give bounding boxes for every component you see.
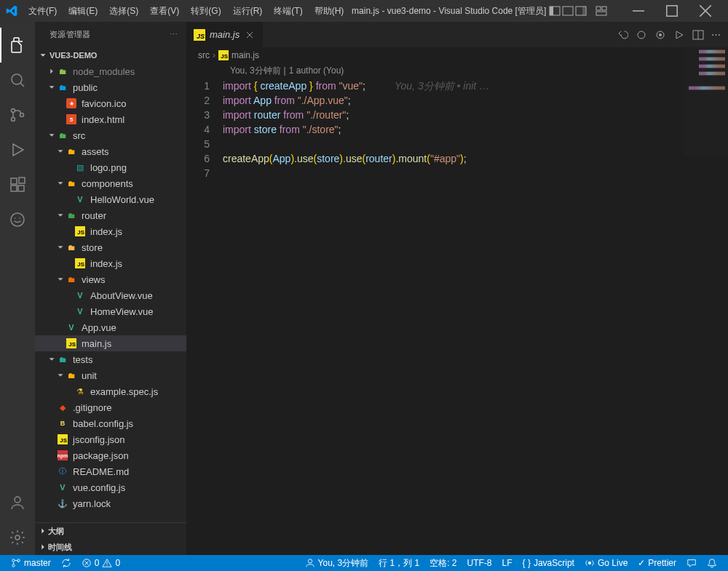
run-icon[interactable] bbox=[673, 29, 685, 41]
close-tab-icon[interactable] bbox=[244, 29, 256, 41]
chevron-right-icon: › bbox=[213, 50, 215, 60]
maximize-button[interactable] bbox=[655, 0, 689, 22]
status-problems[interactable]: 0 0 bbox=[76, 555, 125, 571]
svg-point-12 bbox=[20, 113, 24, 117]
menu-item[interactable]: 编辑(E) bbox=[63, 2, 103, 20]
circle-filled-icon[interactable] bbox=[654, 29, 666, 41]
split-editor-icon[interactable] bbox=[692, 29, 704, 41]
tree-file[interactable]: Vvue.config.js bbox=[35, 479, 186, 495]
tree-folder[interactable]: 🖿views bbox=[35, 271, 186, 287]
tree-file[interactable]: JSjsconfig.json bbox=[35, 431, 186, 447]
svg-rect-16 bbox=[19, 177, 25, 183]
tree-file[interactable]: JSmain.js bbox=[35, 335, 186, 351]
tree-file[interactable]: VAboutView.vue bbox=[35, 287, 186, 303]
status-indentation[interactable]: 空格: 2 bbox=[424, 555, 462, 571]
svg-point-9 bbox=[12, 74, 22, 84]
outline-section[interactable]: 大纲 bbox=[35, 523, 186, 539]
source-control-icon[interactable] bbox=[0, 97, 35, 132]
chevron-down-icon bbox=[55, 146, 66, 156]
menu-item[interactable]: 运行(R) bbox=[228, 2, 268, 20]
breadcrumb-part[interactable]: src bbox=[198, 50, 210, 60]
tree-file[interactable]: ⚗example.spec.js bbox=[35, 383, 186, 399]
customize-layout-icon[interactable] bbox=[596, 5, 607, 17]
minimize-button[interactable] bbox=[622, 0, 655, 22]
chevron-down-icon bbox=[55, 370, 66, 380]
tree-file[interactable]: VHelloWorld.vue bbox=[35, 191, 186, 207]
menu-item[interactable]: 文件(F) bbox=[23, 2, 62, 20]
status-language[interactable]: { }JavaScript bbox=[518, 555, 579, 571]
menu-item[interactable]: 帮助(H) bbox=[309, 2, 349, 20]
tree-file[interactable]: 5index.html bbox=[35, 111, 186, 127]
tree-file[interactable]: JSindex.js bbox=[35, 223, 186, 239]
extensions-icon[interactable] bbox=[0, 167, 35, 202]
git-icon: ◆ bbox=[57, 402, 68, 413]
menu-item[interactable]: 转到(G) bbox=[186, 2, 226, 20]
svg-rect-5 bbox=[596, 7, 601, 10]
tree-file[interactable]: Bbabel.config.js bbox=[35, 415, 186, 431]
status-feedback[interactable] bbox=[681, 555, 702, 571]
menu-item[interactable]: 终端(T) bbox=[269, 2, 307, 20]
code-editor[interactable]: 1import { createApp } from "vue";You, 3分… bbox=[186, 79, 728, 180]
status-eol[interactable]: LF bbox=[497, 555, 518, 571]
tree-file[interactable]: ▧logo.png bbox=[35, 159, 186, 175]
breadcrumb[interactable]: src › JS main.js bbox=[186, 47, 728, 63]
layout-controls[interactable] bbox=[549, 5, 607, 17]
tab-main-js[interactable]: JS main.js bbox=[186, 22, 264, 47]
tree-file[interactable]: ◆.gitignore bbox=[35, 399, 186, 415]
tree-folder[interactable]: 🖿src bbox=[35, 127, 186, 143]
more-icon[interactable]: ⋯ bbox=[711, 29, 721, 40]
tree-file[interactable]: npmpackage.json bbox=[35, 447, 186, 463]
status-golive[interactable]: Go Live bbox=[579, 555, 633, 571]
search-icon[interactable] bbox=[0, 63, 35, 97]
layout-right-icon[interactable] bbox=[575, 5, 587, 17]
status-blame[interactable]: You, 3分钟前 bbox=[300, 555, 374, 571]
menu-item[interactable]: 查看(V) bbox=[145, 2, 184, 20]
tree-label: index.js bbox=[90, 258, 122, 269]
status-encoding[interactable]: UTF-8 bbox=[462, 555, 497, 571]
run-debug-icon[interactable] bbox=[0, 132, 35, 167]
account-icon[interactable] bbox=[0, 485, 35, 520]
svg-rect-7 bbox=[596, 12, 606, 15]
layout-left-icon[interactable] bbox=[549, 5, 561, 17]
tree-folder[interactable]: 🖿assets bbox=[35, 143, 186, 159]
tree-file[interactable]: ⓘREADME.md bbox=[35, 463, 186, 479]
explorer-icon[interactable] bbox=[0, 28, 35, 63]
status-branch[interactable]: master bbox=[6, 555, 56, 571]
status-cursor-position[interactable]: 行 1，列 1 bbox=[373, 555, 424, 571]
tree-folder[interactable]: 🖿components bbox=[35, 175, 186, 191]
project-root[interactable]: VUE3-DEMO bbox=[35, 47, 186, 63]
tree-file[interactable]: ⚓yarn.lock bbox=[35, 495, 186, 511]
codelens[interactable]: You, 3分钟前|1 author (You) bbox=[186, 63, 728, 79]
status-bar: master 0 0 You, 3分钟前 行 1，列 1 空格: 2 UTF-8… bbox=[0, 555, 728, 571]
status-sync[interactable] bbox=[56, 555, 76, 571]
tree-folder[interactable]: 🖿node_modules bbox=[35, 63, 186, 79]
tree-file[interactable]: JSindex.js bbox=[35, 255, 186, 271]
tree-file[interactable]: ★favicon.ico bbox=[35, 95, 186, 111]
circle-icon[interactable] bbox=[636, 29, 647, 41]
tree-folder[interactable]: 🖿router bbox=[35, 207, 186, 223]
tree-file[interactable]: VHomeView.vue bbox=[35, 303, 186, 319]
settings-gear-icon[interactable] bbox=[0, 520, 35, 555]
tree-folder[interactable]: 🖿store bbox=[35, 239, 186, 255]
tree-file[interactable]: VApp.vue bbox=[35, 319, 186, 335]
status-prettier[interactable]: ✓Prettier bbox=[633, 555, 681, 571]
tree-folder[interactable]: 🖿tests bbox=[35, 351, 186, 367]
readme-icon: ⓘ bbox=[57, 466, 68, 477]
minimap[interactable] bbox=[684, 47, 728, 156]
layout-bottom-icon[interactable] bbox=[562, 5, 574, 17]
gitlens-inline-blame: You, 3分钟前 • init … bbox=[395, 80, 489, 92]
timeline-section[interactable]: 时间线 bbox=[35, 539, 186, 555]
copilot-icon[interactable] bbox=[0, 202, 35, 237]
menu-item[interactable]: 选择(S) bbox=[104, 2, 143, 20]
breadcrumb-part[interactable]: main.js bbox=[232, 50, 259, 60]
chevron-right-icon bbox=[38, 542, 48, 552]
status-bell[interactable] bbox=[702, 555, 722, 571]
tree-folder[interactable]: 🖿public bbox=[35, 79, 186, 95]
line-number: 3 bbox=[186, 108, 223, 122]
more-actions-icon[interactable]: ⋯ bbox=[170, 30, 178, 39]
svg-rect-14 bbox=[11, 185, 17, 191]
go-back-icon[interactable] bbox=[617, 29, 628, 41]
tree-label: tests bbox=[73, 354, 92, 365]
close-button[interactable] bbox=[689, 0, 722, 22]
tree-folder[interactable]: 🖿unit bbox=[35, 367, 186, 383]
